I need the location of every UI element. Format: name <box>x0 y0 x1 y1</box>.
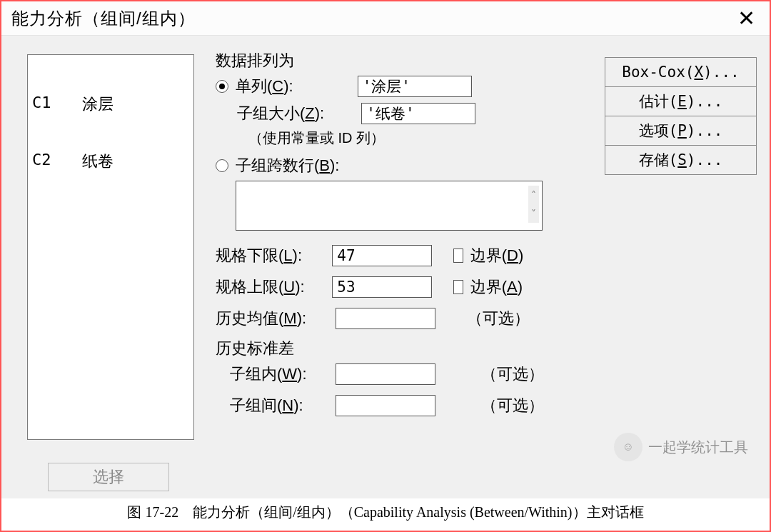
within-sd-label: 子组内(W): <box>216 363 336 385</box>
watermark: ☺ 一起学统计工具 <box>614 433 748 461</box>
upper-boundary-label: 边界(A) <box>470 276 587 298</box>
upper-spec-label: 规格上限(U): <box>216 276 332 298</box>
subgroup-size-input[interactable] <box>361 103 475 124</box>
multi-row-input[interactable]: ˄ ˅ <box>236 181 543 231</box>
upper-spec-input[interactable] <box>332 276 432 298</box>
select-button: 选择 <box>48 463 169 491</box>
dialog-window: 能力分析（组间/组内） ✕ C1 涂层 C2 纸卷 选择 数据排列为 单列(C)… <box>0 0 771 532</box>
boxcox-button[interactable]: Box-Cox(X)... <box>605 57 757 87</box>
hist-mean-optional: （可选） <box>467 308 587 329</box>
estimate-button[interactable]: 估计(E)... <box>605 86 757 116</box>
single-column-input[interactable] <box>358 76 472 97</box>
dialog-body: C1 涂层 C2 纸卷 选择 数据排列为 单列(C): 子组大 <box>1 36 770 498</box>
between-sd-label: 子组间(N): <box>216 395 336 416</box>
spinner-icon[interactable]: ˄ ˅ <box>528 186 539 223</box>
radio-multi-row[interactable] <box>216 159 228 172</box>
lower-boundary-checkbox[interactable] <box>453 249 463 263</box>
lower-spec-input[interactable] <box>332 245 432 266</box>
upper-boundary-checkbox[interactable] <box>453 280 463 294</box>
wechat-icon: ☺ <box>614 433 642 461</box>
titlebar: 能力分析（组间/组内） ✕ <box>1 1 770 36</box>
multi-row-label: 子组跨数行(B): <box>236 155 339 176</box>
hist-mean-label: 历史均值(M): <box>216 308 336 329</box>
single-column-label: 单列(C): <box>236 76 293 97</box>
window-title: 能力分析（组间/组内） <box>11 7 196 30</box>
within-sd-optional: （可选） <box>467 363 587 385</box>
variable-list[interactable]: C1 涂层 C2 纸卷 <box>27 54 194 440</box>
list-item: C1 涂层 <box>32 94 189 115</box>
lower-boundary-label: 边界(D) <box>470 245 587 266</box>
between-sd-input[interactable] <box>336 395 435 416</box>
between-sd-optional: （可选） <box>467 395 587 416</box>
within-sd-input[interactable] <box>336 363 435 385</box>
options-button[interactable]: 选项(P)... <box>605 116 757 146</box>
arrangement-header: 数据排列为 <box>216 50 587 71</box>
subgroup-size-label: 子组大小(Z): <box>237 103 324 124</box>
close-icon[interactable]: ✕ <box>730 5 762 32</box>
chevron-up-icon[interactable]: ˄ <box>528 186 539 204</box>
radio-single-column[interactable] <box>216 80 228 93</box>
right-button-group: Box-Cox(X)... 估计(E)... 选项(P)... 存储(S)... <box>605 57 757 174</box>
storage-button[interactable]: 存储(S)... <box>605 145 757 175</box>
hist-sd-header: 历史标准差 <box>216 338 587 359</box>
lower-spec-label: 规格下限(L): <box>216 245 332 266</box>
form-area: 数据排列为 单列(C): 子组大小(Z): （使用常量或 ID 列） <box>216 50 587 416</box>
subgroup-size-note: （使用常量或 ID 列） <box>248 129 587 148</box>
figure-caption: 图 17-22 能力分析（组间/组内）（Capability Analysis … <box>1 498 770 522</box>
hist-mean-input[interactable] <box>336 308 435 329</box>
chevron-down-icon[interactable]: ˅ <box>528 204 539 223</box>
list-item: C2 纸卷 <box>32 151 189 172</box>
